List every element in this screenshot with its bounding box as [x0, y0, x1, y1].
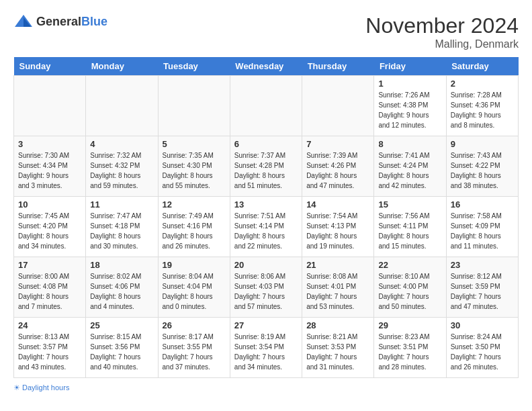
header-saturday: Saturday: [446, 57, 518, 76]
day-number: 20: [234, 260, 298, 270]
day-number: 30: [451, 320, 514, 330]
calendar-cell-4-3: 19 Sunrise: 8:04 AMSunset: 4:04 PMDaylig…: [158, 257, 230, 318]
day-number: 2: [451, 79, 514, 89]
day-info: Sunrise: 7:32 AMSunset: 4:32 PMDaylight:…: [90, 150, 153, 191]
day-number: 11: [90, 199, 153, 210]
calendar-cell-3-5: 14 Sunrise: 7:54 AMSunset: 4:13 PMDaylig…: [302, 197, 374, 257]
day-number: 27: [234, 320, 298, 330]
day-info: Sunrise: 8:15 AMSunset: 3:56 PMDaylight:…: [90, 332, 153, 372]
day-number: 29: [378, 320, 441, 330]
calendar-cell-5-3: 26 Sunrise: 8:17 AMSunset: 3:55 PMDaylig…: [158, 318, 230, 378]
day-number: 26: [163, 320, 226, 330]
title-block: November 2024 Malling, Denmark: [365, 13, 519, 50]
calendar-cell-3-2: 11 Sunrise: 7:47 AMSunset: 4:18 PMDaylig…: [86, 197, 158, 257]
day-info: Sunrise: 7:54 AMSunset: 4:13 PMDaylight:…: [306, 211, 369, 251]
calendar-cell-3-3: 12 Sunrise: 7:49 AMSunset: 4:16 PMDaylig…: [158, 197, 230, 257]
day-info: Sunrise: 8:00 AMSunset: 4:08 PMDaylight:…: [18, 271, 81, 312]
header-wednesday: Wednesday: [230, 57, 302, 76]
day-number: 1: [378, 79, 441, 89]
day-number: 25: [90, 320, 153, 330]
legend: ☀ Daylight hours: [13, 383, 519, 392]
calendar-cell-5-5: 28 Sunrise: 8:21 AMSunset: 3:53 PMDaylig…: [302, 318, 374, 378]
day-info: Sunrise: 7:49 AMSunset: 4:16 PMDaylight:…: [163, 211, 226, 251]
day-number: 12: [163, 199, 226, 210]
day-number: 21: [306, 260, 369, 270]
day-number: 3: [18, 139, 81, 149]
logo-text-blue: Blue: [81, 15, 107, 28]
calendar-cell-2-1: 3 Sunrise: 7:30 AMSunset: 4:34 PMDayligh…: [14, 136, 86, 197]
day-info: Sunrise: 7:35 AMSunset: 4:30 PMDaylight:…: [163, 150, 226, 191]
header-thursday: Thursday: [302, 57, 374, 76]
calendar-cell-1-6: 1 Sunrise: 7:26 AMSunset: 4:38 PMDayligh…: [374, 76, 446, 136]
day-info: Sunrise: 8:19 AMSunset: 3:54 PMDaylight:…: [234, 332, 298, 372]
calendar-cell-1-1: [14, 76, 86, 136]
week-row-5: 24 Sunrise: 8:13 AMSunset: 3:57 PMDaylig…: [14, 318, 519, 378]
calendar-cell-2-3: 5 Sunrise: 7:35 AMSunset: 4:30 PMDayligh…: [158, 136, 230, 197]
week-row-1: 1 Sunrise: 7:26 AMSunset: 4:38 PMDayligh…: [14, 76, 519, 136]
day-info: Sunrise: 8:23 AMSunset: 3:51 PMDaylight:…: [378, 332, 441, 372]
calendar-cell-2-5: 7 Sunrise: 7:39 AMSunset: 4:26 PMDayligh…: [302, 136, 374, 197]
month-title: November 2024: [365, 13, 519, 38]
week-row-4: 17 Sunrise: 8:00 AMSunset: 4:08 PMDaylig…: [14, 257, 519, 318]
calendar-cell-2-6: 8 Sunrise: 7:41 AMSunset: 4:24 PMDayligh…: [374, 136, 446, 197]
calendar-cell-5-1: 24 Sunrise: 8:13 AMSunset: 3:57 PMDaylig…: [14, 318, 86, 378]
calendar-cell-5-7: 30 Sunrise: 8:24 AMSunset: 3:50 PMDaylig…: [446, 318, 518, 378]
day-number: 10: [18, 199, 81, 210]
calendar-cell-3-4: 13 Sunrise: 7:51 AMSunset: 4:14 PMDaylig…: [230, 197, 302, 257]
calendar-cell-4-1: 17 Sunrise: 8:00 AMSunset: 4:08 PMDaylig…: [14, 257, 86, 318]
calendar-cell-1-3: [158, 76, 230, 136]
day-info: Sunrise: 7:58 AMSunset: 4:09 PMDaylight:…: [451, 211, 514, 251]
calendar-cell-2-4: 6 Sunrise: 7:37 AMSunset: 4:28 PMDayligh…: [230, 136, 302, 197]
calendar-cell-5-6: 29 Sunrise: 8:23 AMSunset: 3:51 PMDaylig…: [374, 318, 446, 378]
calendar-cell-3-1: 10 Sunrise: 7:45 AMSunset: 4:20 PMDaylig…: [14, 197, 86, 257]
day-info: Sunrise: 8:10 AMSunset: 4:00 PMDaylight:…: [378, 271, 441, 312]
day-info: Sunrise: 7:51 AMSunset: 4:14 PMDaylight:…: [234, 211, 298, 251]
calendar-cell-4-4: 20 Sunrise: 8:06 AMSunset: 4:03 PMDaylig…: [230, 257, 302, 318]
calendar-cell-2-7: 9 Sunrise: 7:43 AMSunset: 4:22 PMDayligh…: [446, 136, 518, 197]
day-number: 7: [306, 139, 369, 149]
day-number: 17: [18, 260, 81, 270]
day-info: Sunrise: 8:13 AMSunset: 3:57 PMDaylight:…: [18, 332, 81, 372]
logo-text-general: General: [36, 15, 81, 28]
day-number: 13: [234, 199, 298, 210]
day-info: Sunrise: 7:39 AMSunset: 4:26 PMDaylight:…: [306, 150, 369, 191]
calendar-cell-5-4: 27 Sunrise: 8:19 AMSunset: 3:54 PMDaylig…: [230, 318, 302, 378]
day-number: 23: [451, 260, 514, 270]
day-number: 22: [378, 260, 441, 270]
day-info: Sunrise: 8:06 AMSunset: 4:03 PMDaylight:…: [234, 271, 298, 312]
week-row-3: 10 Sunrise: 7:45 AMSunset: 4:20 PMDaylig…: [14, 197, 519, 257]
week-row-2: 3 Sunrise: 7:30 AMSunset: 4:34 PMDayligh…: [14, 136, 519, 197]
calendar-cell-1-2: [86, 76, 158, 136]
calendar-cell-4-7: 23 Sunrise: 8:12 AMSunset: 3:59 PMDaylig…: [446, 257, 518, 318]
day-info: Sunrise: 8:04 AMSunset: 4:04 PMDaylight:…: [163, 271, 226, 312]
header-monday: Monday: [86, 57, 158, 76]
day-number: 6: [234, 139, 298, 149]
day-info: Sunrise: 7:43 AMSunset: 4:22 PMDaylight:…: [451, 150, 514, 191]
calendar-cell-5-2: 25 Sunrise: 8:15 AMSunset: 3:56 PMDaylig…: [86, 318, 158, 378]
day-info: Sunrise: 8:12 AMSunset: 3:59 PMDaylight:…: [451, 271, 514, 312]
day-number: 8: [378, 139, 441, 149]
logo-icon: [13, 13, 34, 30]
calendar-cell-3-7: 16 Sunrise: 7:58 AMSunset: 4:09 PMDaylig…: [446, 197, 518, 257]
header-sunday: Sunday: [14, 57, 86, 76]
calendar-cell-1-5: [302, 76, 374, 136]
logo: GeneralBlue: [13, 13, 107, 30]
day-info: Sunrise: 7:30 AMSunset: 4:34 PMDaylight:…: [18, 150, 81, 191]
day-number: 19: [163, 260, 226, 270]
day-info: Sunrise: 7:26 AMSunset: 4:38 PMDaylight:…: [378, 90, 441, 130]
day-info: Sunrise: 7:45 AMSunset: 4:20 PMDaylight:…: [18, 211, 81, 251]
calendar-table: Sunday Monday Tuesday Wednesday Thursday…: [13, 57, 519, 378]
calendar-cell-4-5: 21 Sunrise: 8:08 AMSunset: 4:01 PMDaylig…: [302, 257, 374, 318]
day-number: 16: [451, 199, 514, 210]
day-info: Sunrise: 7:37 AMSunset: 4:28 PMDaylight:…: [234, 150, 298, 191]
location-title: Malling, Denmark: [365, 38, 519, 50]
day-number: 15: [378, 199, 441, 210]
day-info: Sunrise: 8:17 AMSunset: 3:55 PMDaylight:…: [163, 332, 226, 372]
day-info: Sunrise: 8:21 AMSunset: 3:53 PMDaylight:…: [306, 332, 369, 372]
calendar-cell-2-2: 4 Sunrise: 7:32 AMSunset: 4:32 PMDayligh…: [86, 136, 158, 197]
legend-icon: ☀: [13, 383, 20, 392]
page-header: GeneralBlue November 2024 Malling, Denma…: [13, 13, 519, 50]
calendar-cell-1-7: 2 Sunrise: 7:28 AMSunset: 4:36 PMDayligh…: [446, 76, 518, 136]
calendar-cell-3-6: 15 Sunrise: 7:56 AMSunset: 4:11 PMDaylig…: [374, 197, 446, 257]
weekday-header-row: Sunday Monday Tuesday Wednesday Thursday…: [14, 57, 519, 76]
